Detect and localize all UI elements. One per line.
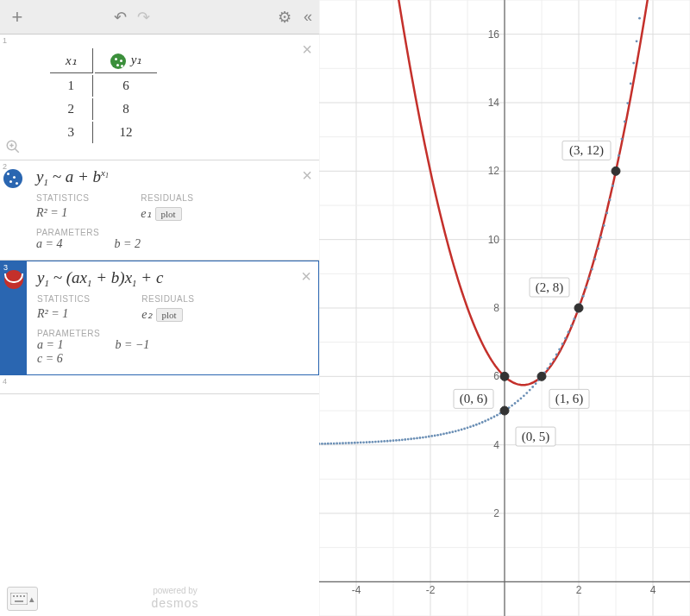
svg-point-101 <box>457 429 460 431</box>
point-label: (3, 12) <box>562 141 611 160</box>
table-row[interactable]: 312 <box>50 122 157 143</box>
svg-point-124 <box>525 392 528 394</box>
table-row[interactable]: 16 <box>50 75 157 97</box>
zoom-fit-icon[interactable] <box>5 139 21 154</box>
svg-point-82 <box>401 438 404 441</box>
svg-rect-5 <box>13 595 15 597</box>
svg-point-126 <box>531 386 534 388</box>
svg-point-135 <box>558 349 561 351</box>
expression-cell-reg1[interactable]: 2 × y1 ~ a + bx1 STATISTICS R² = 1 RESID… <box>0 160 319 261</box>
svg-text:(1, 6): (1, 6) <box>555 392 584 406</box>
svg-point-55 <box>321 443 323 445</box>
expression-cell-table[interactable]: 1 × x₁ y₁ 16 28 312 <box>0 35 319 160</box>
svg-line-1 <box>15 148 19 153</box>
parameter-a: a = 1 <box>37 338 63 352</box>
residuals-label: RESIDUALS <box>141 193 193 203</box>
svg-point-157 <box>624 120 626 123</box>
svg-point-155 <box>618 154 620 157</box>
parameters-label: PARAMETERS <box>37 329 308 338</box>
plot-residuals-button[interactable]: plot <box>155 207 182 221</box>
svg-point-84 <box>407 438 410 441</box>
add-expression-button[interactable]: + <box>7 7 28 28</box>
svg-point-94 <box>436 434 439 437</box>
svg-point-112 <box>490 417 492 419</box>
svg-point-65 <box>350 442 353 444</box>
parameter-b: b = −1 <box>115 338 149 352</box>
svg-point-152 <box>609 198 612 201</box>
regression-icon[interactable] <box>4 270 23 289</box>
svg-point-57 <box>327 443 329 445</box>
svg-point-83 <box>404 438 406 441</box>
data-table[interactable]: x₁ y₁ 16 28 312 <box>48 47 159 145</box>
svg-point-89 <box>422 437 424 439</box>
table-row[interactable]: 28 <box>50 98 157 120</box>
sidebar-footer: ▴ powered by desmos <box>0 586 319 611</box>
residuals-value: e₁plot <box>141 206 193 221</box>
keyboard-button[interactable]: ▴ <box>7 587 38 611</box>
svg-point-165 <box>537 372 546 380</box>
svg-point-92 <box>430 435 433 437</box>
point-label: (1, 6) <box>549 389 589 408</box>
residuals-value: e₂plot <box>141 307 194 322</box>
svg-point-59 <box>333 443 336 445</box>
settings-icon[interactable]: ⚙ <box>278 8 292 27</box>
svg-point-147 <box>594 258 597 261</box>
svg-rect-7 <box>20 595 22 597</box>
svg-point-79 <box>392 439 395 442</box>
svg-text:-2: -2 <box>426 584 436 596</box>
table-header-y[interactable]: y₁ <box>95 48 158 73</box>
svg-point-109 <box>481 421 484 424</box>
svg-point-159 <box>630 83 632 85</box>
undo-button[interactable]: ↶ <box>114 8 127 27</box>
svg-text:2: 2 <box>576 584 582 596</box>
svg-point-88 <box>419 437 422 439</box>
svg-point-139 <box>570 324 573 327</box>
regression-expression[interactable]: y1 ~ (ax1 + b)x1 + c <box>37 268 308 287</box>
svg-point-143 <box>582 295 585 298</box>
expression-sidebar: + ↶ ↷ ⚙ « 1 × x₁ y₁ 16 28 312 <box>0 0 319 616</box>
parameter-c: c = 6 <box>37 352 63 366</box>
regression-expression[interactable]: y1 ~ a + bx1 <box>36 167 309 186</box>
svg-point-105 <box>469 425 472 428</box>
svg-point-98 <box>448 431 451 434</box>
svg-point-160 <box>632 62 635 65</box>
svg-point-131 <box>546 368 549 370</box>
svg-point-113 <box>493 416 496 418</box>
svg-point-56 <box>323 443 326 445</box>
svg-point-106 <box>472 424 474 427</box>
svg-point-123 <box>523 394 525 397</box>
svg-point-167 <box>612 167 620 175</box>
svg-rect-9 <box>15 600 23 602</box>
svg-point-86 <box>413 437 416 440</box>
svg-point-125 <box>529 389 531 392</box>
statistics-label: STATISTICS <box>36 193 89 203</box>
svg-rect-8 <box>23 595 25 597</box>
svg-text:(2, 8): (2, 8) <box>536 280 564 295</box>
collapse-sidebar-icon[interactable]: « <box>304 8 312 27</box>
regression-icon[interactable] <box>3 169 22 188</box>
svg-point-122 <box>520 397 523 399</box>
table-color-dot[interactable] <box>110 53 126 69</box>
svg-text:(3, 12): (3, 12) <box>569 143 604 158</box>
graph-canvas[interactable]: -4-224246810121416 (3, 12)(2, 8)(1, 6)(0… <box>319 0 690 616</box>
plot-residuals-button[interactable]: plot <box>156 308 183 322</box>
svg-rect-6 <box>16 595 18 597</box>
svg-text:4: 4 <box>493 439 499 451</box>
expression-cell-empty[interactable]: 4 <box>0 375 319 394</box>
svg-point-162 <box>638 17 641 20</box>
redo-button[interactable]: ↷ <box>137 8 150 27</box>
brand-text: desmos <box>38 596 312 611</box>
svg-point-64 <box>348 442 350 444</box>
parameter-a: a = 4 <box>36 237 62 251</box>
svg-point-136 <box>561 343 564 345</box>
svg-point-158 <box>626 102 629 104</box>
svg-text:(0, 6): (0, 6) <box>460 392 488 406</box>
svg-point-72 <box>372 441 374 443</box>
svg-point-81 <box>398 439 400 442</box>
svg-point-164 <box>500 372 509 380</box>
point-label: (0, 5) <box>516 427 555 446</box>
expression-cell-reg2[interactable]: 3 × y1 ~ (ax1 + b)x1 + c STATISTICS R² =… <box>0 261 319 375</box>
table-header-x[interactable]: x₁ <box>50 48 93 73</box>
svg-text:10: 10 <box>488 234 500 246</box>
svg-point-149 <box>599 236 602 239</box>
